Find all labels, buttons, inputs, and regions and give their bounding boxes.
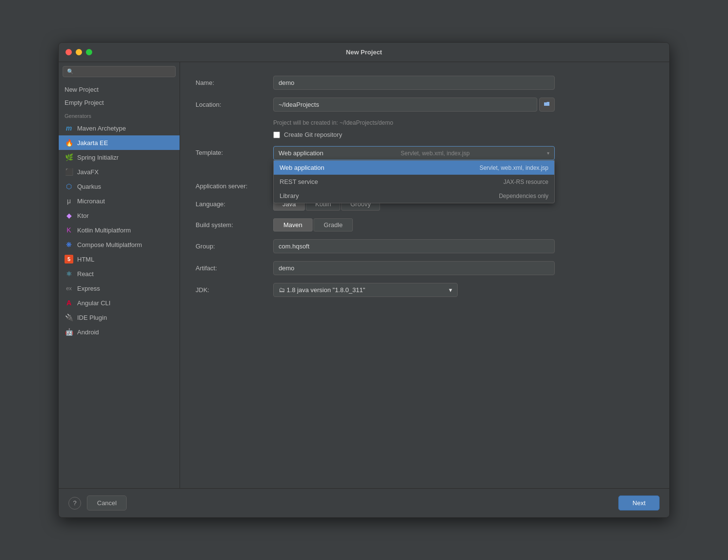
sidebar-item-micronaut[interactable]: μ Micronaut	[59, 194, 180, 208]
template-dropdown-arrow: ▾	[547, 150, 549, 156]
jdk-arrow: ▾	[449, 286, 452, 294]
name-input[interactable]	[273, 76, 555, 90]
sidebar-new-project-label: New Project	[65, 86, 99, 93]
sidebar-html-label: HTML	[77, 256, 94, 263]
sidebar-item-jakarta[interactable]: 🔥 Jakarta EE	[59, 135, 180, 150]
sidebar-item-quarkus[interactable]: ⬡ Quarkus	[59, 179, 180, 194]
close-button[interactable]	[66, 49, 72, 55]
sidebar-item-spring[interactable]: 🌿 Spring Initializr	[59, 150, 180, 165]
group-input[interactable]	[273, 239, 555, 253]
react-icon: ⚛	[65, 269, 73, 278]
sidebar-maven-label: Maven Archetype	[77, 125, 126, 132]
minimize-button[interactable]	[76, 49, 82, 55]
sidebar-javafx-label: JavaFX	[77, 168, 99, 176]
sidebar: 🔍 New Project Empty Project Generators m…	[59, 62, 180, 488]
sidebar-micronaut-label: Micronaut	[77, 198, 105, 205]
sidebar-item-compose-mp[interactable]: ❋ Compose Multiplatform	[59, 237, 180, 252]
dialog-content: 🔍 New Project Empty Project Generators m…	[59, 62, 669, 488]
main-panel: Name: Location:	[180, 62, 669, 488]
template-label: Template:	[196, 146, 273, 156]
sidebar-item-ktor[interactable]: ◆ Ktor	[59, 208, 180, 223]
git-checkbox[interactable]	[273, 132, 280, 138]
sidebar-item-kotlin-mp[interactable]: K Kotlin Multiplatform	[59, 223, 180, 237]
rest-hint: JAX-RS resource	[503, 179, 548, 185]
template-option-rest[interactable]: REST service JAX-RS resource	[274, 175, 554, 189]
next-button[interactable]: Next	[618, 495, 660, 511]
html-icon: 5	[65, 255, 73, 264]
template-hint: Servlet, web.xml, index.jsp	[401, 150, 470, 157]
bottom-bar: ? Cancel Next	[59, 488, 669, 517]
build-system-row: Build system: Maven Gradle	[196, 218, 654, 231]
sidebar-item-express[interactable]: ex Express	[59, 281, 180, 296]
dialog-title: New Project	[346, 49, 382, 56]
sidebar-quarkus-label: Quarkus	[77, 183, 101, 190]
new-project-dialog: New Project 🔍 New Project Empty Project …	[58, 42, 670, 518]
app-server-label: Application server:	[196, 182, 273, 190]
git-label: Create Git repository	[284, 131, 342, 138]
location-row: Location:	[196, 98, 654, 112]
android-icon: 🤖	[65, 328, 73, 336]
sidebar-item-react[interactable]: ⚛ React	[59, 266, 180, 281]
maven-icon: m	[65, 124, 73, 132]
template-option-library[interactable]: Library Dependencies only	[274, 189, 554, 203]
sidebar-item-angular[interactable]: A Angular CLI	[59, 296, 180, 310]
sidebar-item-empty-project[interactable]: Empty Project	[59, 96, 180, 109]
sidebar-item-javafx[interactable]: ⬛ JavaFX	[59, 165, 180, 179]
sidebar-item-maven[interactable]: m Maven Archetype	[59, 121, 180, 135]
sidebar-compose-label: Compose Multiplatform	[77, 241, 142, 248]
cancel-button[interactable]: Cancel	[87, 495, 127, 511]
location-input[interactable]	[273, 98, 537, 112]
ktor-icon: ◆	[65, 211, 73, 220]
sidebar-item-html[interactable]: 5 HTML	[59, 252, 180, 266]
sidebar-kotlin-mp-label: Kotlin Multiplatform	[77, 227, 131, 234]
build-tabs: Maven Gradle	[273, 218, 555, 231]
ide-plugin-icon: 🔌	[65, 313, 73, 322]
bottom-left: ? Cancel	[68, 495, 127, 511]
sidebar-android-label: Android	[77, 329, 99, 336]
template-dropdown-wrapper: Web application Servlet, web.xml, index.…	[273, 146, 555, 160]
sidebar-spring-label: Spring Initializr	[77, 154, 118, 161]
help-button[interactable]: ?	[68, 497, 81, 510]
rest-label: REST service	[280, 178, 318, 185]
group-label: Group:	[196, 243, 273, 250]
sidebar-item-new-project[interactable]: New Project	[59, 83, 180, 96]
name-control	[273, 76, 555, 90]
template-select[interactable]: Web application Servlet, web.xml, index.…	[273, 146, 555, 160]
location-label: Location:	[196, 101, 273, 108]
language-label: Language:	[196, 200, 273, 208]
git-checkbox-row: Create Git repository	[273, 131, 654, 138]
kotlin-mp-icon: K	[65, 226, 73, 234]
build-system-label: Build system:	[196, 221, 273, 229]
build-gradle-btn[interactable]: Gradle	[314, 218, 353, 231]
sidebar-item-android[interactable]: 🤖 Android	[59, 325, 180, 339]
angular-icon: A	[65, 298, 73, 307]
template-row: Template: Web application Servlet, web.x…	[196, 146, 654, 160]
name-label: Name:	[196, 79, 273, 86]
jdk-control: 🗂 1.8 java version "1.8.0_311" ▾	[273, 283, 555, 297]
artifact-control	[273, 261, 555, 275]
jakarta-icon: 🔥	[65, 138, 73, 147]
name-row: Name:	[196, 76, 654, 90]
browse-button[interactable]	[539, 98, 555, 112]
location-hint: Project will be created in: ~/IdeaProjec…	[273, 119, 654, 126]
library-label: Library	[280, 192, 299, 199]
artifact-input[interactable]	[273, 261, 555, 275]
sidebar-list: New Project Empty Project Generators m M…	[59, 81, 180, 488]
bottom-right: Next	[618, 495, 660, 511]
artifact-label: Artifact:	[196, 264, 273, 272]
search-box[interactable]: 🔍	[63, 66, 176, 77]
sidebar-angular-label: Angular CLI	[77, 299, 111, 307]
sidebar-item-ide-plugin[interactable]: 🔌 IDE Plugin	[59, 310, 180, 325]
javafx-icon: ⬛	[65, 167, 73, 176]
sidebar-empty-project-label: Empty Project	[65, 99, 104, 106]
group-row: Group:	[196, 239, 654, 253]
jdk-label: JDK:	[196, 286, 273, 294]
jdk-select[interactable]: 🗂 1.8 java version "1.8.0_311" ▾	[273, 283, 458, 297]
sidebar-ktor-label: Ktor	[77, 212, 89, 219]
build-maven-btn[interactable]: Maven	[273, 218, 313, 231]
jdk-row: JDK: 🗂 1.8 java version "1.8.0_311" ▾	[196, 283, 654, 297]
maximize-button[interactable]	[86, 49, 92, 55]
quarkus-icon: ⬡	[65, 182, 73, 191]
template-option-web-app[interactable]: Web application Servlet, web.xml, index.…	[274, 161, 554, 175]
express-icon: ex	[65, 284, 73, 293]
